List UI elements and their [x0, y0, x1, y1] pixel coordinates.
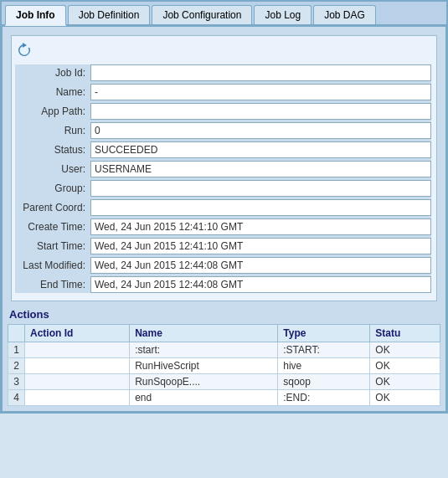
form-section: Job Id: Name: App Path: Run: Status:	[15, 64, 431, 293]
user-label: User:	[15, 163, 90, 175]
status-label: Status:	[15, 144, 90, 156]
name-cell-4: end	[130, 390, 278, 406]
action-id-cell-2	[25, 358, 130, 374]
col-type: Type	[278, 325, 370, 342]
svg-marker-0	[23, 43, 27, 48]
start-time-label: Start Time:	[15, 240, 90, 252]
action-id-cell-3	[25, 374, 130, 390]
action-id-cell-4	[25, 390, 130, 406]
parent-coord-label: Parent Coord:	[15, 202, 90, 213]
end-time-input[interactable]	[90, 276, 431, 293]
app-path-row: App Path:	[15, 103, 431, 120]
tab-job-log[interactable]: Job Log	[254, 5, 312, 24]
refresh-button[interactable]	[15, 41, 33, 59]
app-container: Job Info Job Definition Job Configuratio…	[0, 0, 448, 414]
type-cell-2: hive	[278, 358, 370, 374]
name-label: Name:	[15, 86, 90, 98]
parent-coord-input[interactable]	[90, 199, 431, 216]
name-cell-1: :start:	[130, 342, 278, 358]
end-time-label: End Time:	[15, 279, 90, 290]
create-time-input[interactable]	[90, 218, 431, 235]
job-id-label: Job Id:	[15, 67, 90, 79]
refresh-icon	[17, 43, 32, 58]
table-row[interactable]: 4 end :END: OK	[8, 390, 440, 406]
app-path-label: App Path:	[15, 105, 90, 117]
actions-section: Actions Action Id Name Type Statu 1 :sta…	[8, 308, 440, 406]
tab-job-configuration[interactable]: Job Configuration	[152, 5, 252, 24]
row-num-2: 2	[8, 358, 25, 374]
status-input[interactable]	[90, 141, 431, 158]
name-input[interactable]	[90, 84, 431, 100]
job-id-input[interactable]	[90, 64, 431, 81]
name-cell-3: RunSqoopE....	[130, 374, 278, 390]
run-row: Run:	[15, 122, 431, 139]
user-input[interactable]	[90, 161, 431, 177]
status-cell-3: OK	[370, 374, 440, 390]
actions-table: Action Id Name Type Statu 1 :start: :STA…	[8, 324, 440, 406]
main-panel: Job Id: Name: App Path: Run: Status:	[2, 26, 446, 412]
tab-job-info[interactable]: Job Info	[5, 5, 66, 26]
group-input[interactable]	[90, 180, 431, 197]
group-row: Group:	[15, 180, 431, 197]
table-header-row: Action Id Name Type Statu	[8, 325, 440, 342]
tab-job-dag[interactable]: Job DAG	[313, 5, 376, 24]
tab-bar: Job Info Job Definition Job Configuratio…	[2, 2, 446, 26]
status-cell-2: OK	[370, 358, 440, 374]
status-row: Status:	[15, 141, 431, 158]
create-time-row: Create Time:	[15, 218, 431, 235]
tab-job-definition[interactable]: Job Definition	[68, 5, 151, 24]
status-cell-1: OK	[370, 342, 440, 358]
parent-coord-row: Parent Coord:	[15, 199, 431, 216]
last-modified-row: Last Modified:	[15, 257, 431, 274]
app-path-input[interactable]	[90, 103, 431, 120]
create-time-label: Create Time:	[15, 221, 90, 233]
start-time-row: Start Time:	[15, 238, 431, 254]
run-label: Run:	[15, 125, 90, 136]
last-modified-input[interactable]	[90, 257, 431, 274]
row-num-1: 1	[8, 342, 25, 358]
name-row: Name:	[15, 84, 431, 100]
type-cell-1: :START:	[278, 342, 370, 358]
action-id-cell-1	[25, 342, 130, 358]
start-time-input[interactable]	[90, 238, 431, 254]
info-panel: Job Id: Name: App Path: Run: Status:	[11, 35, 437, 301]
type-cell-3: sqoop	[278, 374, 370, 390]
refresh-row	[15, 41, 431, 59]
col-name: Name	[130, 325, 278, 342]
end-time-row: End Time:	[15, 276, 431, 293]
actions-title: Actions	[8, 308, 440, 321]
user-row: User:	[15, 161, 431, 177]
col-status: Statu	[370, 325, 440, 342]
status-cell-4: OK	[370, 390, 440, 406]
row-num-3: 3	[8, 374, 25, 390]
table-row[interactable]: 2 RunHiveScript hive OK	[8, 358, 440, 374]
run-input[interactable]	[90, 122, 431, 139]
name-cell-2: RunHiveScript	[130, 358, 278, 374]
col-num	[8, 325, 25, 342]
table-row[interactable]: 3 RunSqoopE.... sqoop OK	[8, 374, 440, 390]
col-action-id: Action Id	[25, 325, 130, 342]
group-label: Group:	[15, 182, 90, 194]
table-row[interactable]: 1 :start: :START: OK	[8, 342, 440, 358]
row-num-4: 4	[8, 390, 25, 406]
type-cell-4: :END:	[278, 390, 370, 406]
last-modified-label: Last Modified:	[15, 260, 90, 271]
job-id-row: Job Id:	[15, 64, 431, 81]
